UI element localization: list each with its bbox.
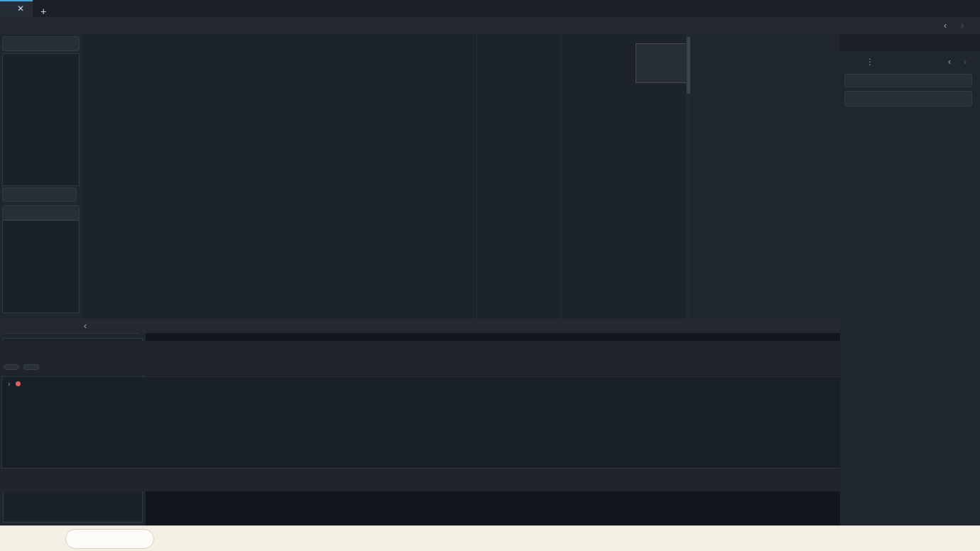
column-guide [561, 34, 562, 319]
vertical-scrollbar[interactable] [686, 34, 691, 319]
scene-tab-node2d[interactable]: ✕ [0, 0, 33, 17]
scripts-panel [0, 34, 82, 319]
error-list: › [1, 376, 979, 469]
debugger-tabs [0, 341, 980, 358]
filter-scripts-input[interactable] [2, 36, 80, 51]
godot-editor-window: — ❐ ✕ ▾ + ⋮ [0, 0, 980, 551]
inspector-menu-dots[interactable]: ⋮ [861, 57, 878, 67]
new-tab-button[interactable]: + [37, 6, 50, 17]
search-highlight-image [130, 532, 151, 546]
current-script-label [2, 187, 77, 202]
inspector-dock: ⋮ ‹ › [840, 34, 980, 525]
script-list [2, 53, 80, 186]
inspector-forward-button[interactable]: › [960, 57, 970, 67]
expand-error-icon[interactable]: › [8, 380, 10, 388]
script-back-button[interactable]: ‹ [940, 21, 950, 31]
script-editor: ✕ + ‹ › [0, 34, 691, 525]
script-forward-button[interactable]: › [957, 21, 967, 31]
object-name-bar [844, 74, 972, 87]
scroll-left-icon[interactable]: ‹ [0, 321, 87, 331]
filter-methods-input[interactable] [2, 205, 80, 220]
taskbar-search[interactable] [65, 529, 154, 549]
minimap-viewport[interactable] [636, 43, 688, 83]
collapse-all-button[interactable] [23, 364, 39, 370]
start-button[interactable] [37, 529, 57, 549]
filter-properties-input[interactable] [844, 91, 972, 107]
editor-status-bar: ‹ [0, 319, 980, 333]
error-row[interactable]: › [2, 377, 978, 391]
method-list [2, 220, 80, 313]
expand-all-button[interactable] [4, 364, 19, 370]
code-editor[interactable] [84, 34, 691, 319]
windows-taskbar [0, 525, 980, 551]
inspector-back-button[interactable]: ‹ [944, 57, 954, 67]
bottom-panel-bar [0, 469, 980, 491]
error-dot-icon [16, 381, 21, 386]
column-guide [477, 34, 477, 319]
close-tab-icon[interactable]: ✕ [17, 4, 24, 13]
